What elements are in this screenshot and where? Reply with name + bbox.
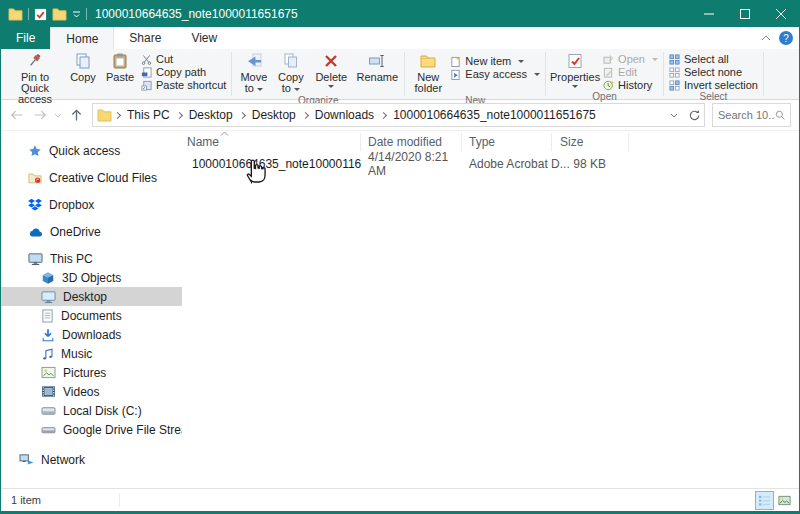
copy-to-button[interactable]: Copy to xyxy=(272,51,309,95)
search-box[interactable] xyxy=(712,103,791,127)
sidebar-item-onedrive[interactable]: OneDrive xyxy=(1,222,182,241)
column-header-name[interactable]: Name xyxy=(182,133,361,151)
sidebar-item-videos[interactable]: Videos xyxy=(1,382,182,401)
dropdown-caret-icon xyxy=(328,85,334,88)
sidebar-item-network[interactable]: Network xyxy=(1,450,182,469)
breadcrumb-chevron-icon xyxy=(239,111,246,118)
customize-toolbar-caret-icon[interactable] xyxy=(72,11,81,18)
open-button: Open xyxy=(601,53,660,65)
pin-to-quick-access-button[interactable]: Pin to Quick access xyxy=(5,51,65,106)
delete-button[interactable]: Delete xyxy=(309,51,353,89)
move-to-label: Move to xyxy=(240,71,267,94)
up-button[interactable] xyxy=(65,103,88,127)
column-header-date-modified[interactable]: Date modified xyxy=(361,133,462,151)
cut-button[interactable]: Cut xyxy=(139,53,228,65)
close-button[interactable] xyxy=(763,1,799,27)
details-view-button[interactable] xyxy=(755,491,774,510)
sidebar-item-local-disk-c[interactable]: Local Disk (C:) xyxy=(1,401,182,420)
sidebar-item-dropbox[interactable]: Dropbox xyxy=(1,195,182,214)
file-name-cell[interactable]: 1000010664635_note1000011651675 xyxy=(182,157,361,172)
easy-access-button[interactable]: Easy access xyxy=(448,68,542,80)
new-item-button[interactable]: New item xyxy=(448,55,542,67)
sidebar-item-desktop[interactable]: Desktop xyxy=(1,287,182,306)
forward-button[interactable] xyxy=(28,103,51,127)
breadcrumb-downloads[interactable]: Downloads xyxy=(311,108,378,122)
thumbnails-view-icon xyxy=(778,494,791,507)
music-note-icon xyxy=(41,347,54,361)
history-label: History xyxy=(618,79,652,91)
sidebar-item-google-drive[interactable]: Google Drive File Stream (G:) xyxy=(1,420,182,439)
refresh-button[interactable] xyxy=(684,104,704,126)
google-drive-icon xyxy=(41,424,56,436)
file-list-pane: Name Date modified Type Size 10000106646… xyxy=(182,131,799,488)
rename-button[interactable]: Rename xyxy=(353,51,401,84)
sidebar-item-label: Downloads xyxy=(62,328,121,342)
new-folder-button[interactable]: New folder xyxy=(408,51,448,95)
address-bar[interactable]: This PC Desktop Desktop Downloads 100001… xyxy=(92,103,705,127)
sidebar-item-music[interactable]: Music xyxy=(1,344,182,363)
paste-shortcut-button[interactable]: Paste shortcut xyxy=(139,79,228,91)
creative-cloud-icon xyxy=(28,171,42,185)
collapse-ribbon-icon[interactable] xyxy=(761,35,771,41)
address-dropdown-button[interactable] xyxy=(664,104,684,126)
picture-icon xyxy=(41,366,56,379)
ribbon-separator xyxy=(763,52,764,96)
invert-selection-button[interactable]: Invert selection xyxy=(667,79,760,91)
properties-button[interactable]: Properties xyxy=(549,51,601,89)
svg-text:?: ? xyxy=(783,33,789,44)
select-none-button[interactable]: Select none xyxy=(667,66,760,78)
open-label: Open xyxy=(618,53,645,65)
sidebar-item-this-pc[interactable]: This PC xyxy=(1,249,182,268)
sidebar-item-quick-access[interactable]: Quick access xyxy=(1,141,182,160)
column-header-type[interactable]: Type xyxy=(462,133,552,151)
sidebar-item-creative-cloud-files[interactable]: Creative Cloud Files xyxy=(1,168,182,187)
maximize-icon xyxy=(740,9,750,19)
back-button[interactable] xyxy=(5,103,28,127)
invert-selection-label: Invert selection xyxy=(684,79,758,91)
sidebar-item-label: Music xyxy=(61,347,92,361)
breadcrumb-this-pc[interactable]: This PC xyxy=(123,108,174,122)
dropdown-caret-icon xyxy=(518,60,524,63)
copy-path-button[interactable]: Copy path xyxy=(139,66,228,78)
recent-locations-button[interactable] xyxy=(51,103,65,127)
back-arrow-icon xyxy=(10,109,24,121)
sidebar-item-pictures[interactable]: Pictures xyxy=(1,363,182,382)
paste-icon xyxy=(111,52,129,70)
minimize-button[interactable] xyxy=(691,1,727,27)
tab-home[interactable]: Home xyxy=(50,27,114,49)
tab-view[interactable]: View xyxy=(176,27,232,49)
select-all-button[interactable]: Select all xyxy=(667,53,760,65)
address-folder-icon xyxy=(97,109,112,122)
copy-path-label: Copy path xyxy=(156,66,206,78)
search-input[interactable] xyxy=(718,109,775,121)
paste-button[interactable]: Paste xyxy=(101,51,139,84)
open-icon xyxy=(603,54,614,65)
help-icon[interactable]: ? xyxy=(779,31,793,45)
select-all-icon xyxy=(669,54,680,65)
copy-button[interactable]: Copy xyxy=(65,51,101,84)
sidebar-item-documents[interactable]: Documents xyxy=(1,306,182,325)
file-row[interactable]: 1000010664635_note1000011651675 4/14/202… xyxy=(182,155,799,173)
sidebar-item-label: Videos xyxy=(63,385,99,399)
new-item-label: New item xyxy=(465,55,511,67)
breadcrumb-desktop-2[interactable]: Desktop xyxy=(248,108,300,122)
tab-share[interactable]: Share xyxy=(114,27,176,49)
breadcrumb-chevron-icon xyxy=(114,111,121,118)
status-bar: 1 item xyxy=(1,488,799,511)
column-header-size[interactable]: Size xyxy=(552,133,629,151)
sidebar-item-downloads[interactable]: Downloads xyxy=(1,325,182,344)
toolbar-separator xyxy=(28,8,29,20)
history-button[interactable]: History xyxy=(601,79,660,91)
select-group-label: Select xyxy=(664,91,763,103)
breadcrumb-current-folder[interactable]: 1000010664635_note1000011651675 xyxy=(389,108,600,122)
move-to-button[interactable]: Move to xyxy=(235,51,272,95)
tab-file[interactable]: File xyxy=(1,27,50,49)
maximize-button[interactable] xyxy=(727,1,763,27)
chevron-down-icon xyxy=(670,113,678,118)
select-none-icon xyxy=(669,67,680,78)
new-folder-quick-icon[interactable] xyxy=(52,8,67,21)
thumbnails-view-button[interactable] xyxy=(775,491,794,510)
breadcrumb-desktop[interactable]: Desktop xyxy=(185,108,237,122)
properties-quick-icon[interactable] xyxy=(34,8,47,21)
sidebar-item-3d-objects[interactable]: 3D Objects xyxy=(1,268,182,287)
